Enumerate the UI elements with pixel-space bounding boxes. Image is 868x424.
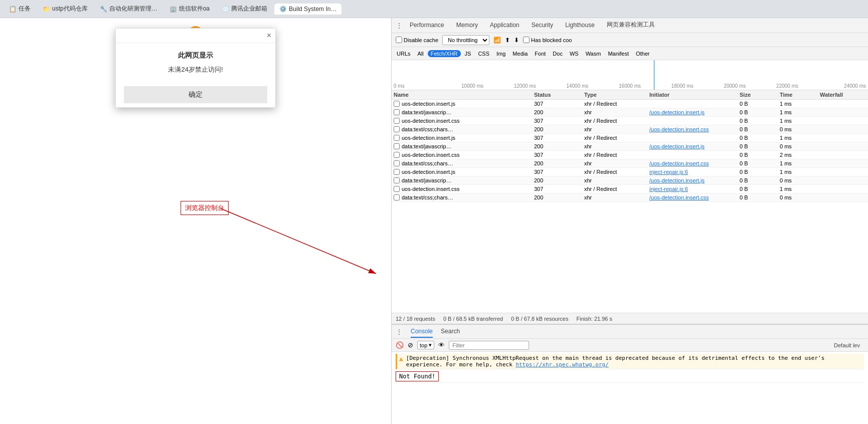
row-status: 307 <box>534 118 584 124</box>
filter-urls[interactable]: URLs <box>394 50 414 57</box>
filter-js[interactable]: JS <box>462 50 474 57</box>
row-checkbox[interactable] <box>394 143 400 149</box>
row-checkbox[interactable] <box>394 118 400 124</box>
row-size: 0 B <box>740 126 780 132</box>
filter-font[interactable]: Font <box>532 50 549 57</box>
oa-icon: 🏢 <box>169 6 177 13</box>
table-row[interactable]: data:text/css;chars… 200 xhr /uos-detect… <box>392 159 868 168</box>
row-initiator[interactable]: /uos-detection.insert.js <box>649 109 740 115</box>
row-size: 0 B <box>740 177 780 183</box>
row-time: 1 ms <box>780 160 820 166</box>
row-checkbox[interactable] <box>394 135 400 141</box>
table-row[interactable]: data:text/javascrip… 200 xhr /uos-detect… <box>392 176 868 185</box>
console-link[interactable]: https://xhr.spec.whatwg.org/ <box>515 361 608 368</box>
row-type: xhr / Redirect <box>584 169 649 175</box>
row-checkbox[interactable] <box>394 186 400 192</box>
row-name: uos-detection.insert.js <box>402 101 455 107</box>
filter-manifest[interactable]: Manifest <box>605 50 632 57</box>
svg-line-1 <box>221 208 376 274</box>
devtools-tab-lighthouse[interactable]: Lighthouse <box>560 20 600 32</box>
row-checkbox[interactable] <box>394 160 400 166</box>
table-row[interactable]: uos-detection.insert.css 307 xhr / Redir… <box>392 185 868 193</box>
row-checkbox[interactable] <box>394 101 400 107</box>
row-initiator[interactable]: /uos-detection.insert.css <box>649 194 740 200</box>
filter-ws[interactable]: WS <box>567 50 582 57</box>
table-row[interactable]: uos-detection.insert.css 307 xhr / Redir… <box>392 117 868 125</box>
devtools-tab-compat[interactable]: 网页兼容检测工具 <box>602 19 660 32</box>
devtools-tab-memory[interactable]: Memory <box>451 20 483 32</box>
row-time: 1 ms <box>780 186 820 192</box>
filter-other[interactable]: Other <box>633 50 653 57</box>
disable-cache-input[interactable] <box>396 37 402 43</box>
modal-close-button[interactable]: × <box>267 32 271 40</box>
not-found-box: Not Found! <box>396 371 439 381</box>
row-name: uos-detection.insert.js <box>402 169 455 175</box>
filter-all[interactable]: All <box>415 50 427 57</box>
timeline-label-0: 0 ms <box>392 83 446 89</box>
row-initiator[interactable]: /uos-detection.insert.css <box>649 160 740 166</box>
has-blocked-checkbox[interactable]: Has blocked coo <box>523 37 572 43</box>
table-row[interactable]: data:text/javascrip… 200 xhr /uos-detect… <box>392 142 868 151</box>
devtools-tab-performance[interactable]: Performance <box>405 20 449 32</box>
row-checkbox[interactable] <box>394 169 400 175</box>
row-initiator[interactable]: /uos-detection.insert.js <box>649 143 740 149</box>
table-row[interactable]: data:text/css;chars… 200 xhr /uos-detect… <box>392 193 868 202</box>
devtools-tab-security[interactable]: Security <box>527 20 558 32</box>
row-initiator[interactable]: /uos-detection.insert.js <box>649 177 740 183</box>
filter-wasm[interactable]: Wasm <box>583 50 604 57</box>
table-row[interactable]: uos-detection.insert.css 307 xhr / Redir… <box>392 151 868 159</box>
console-toolbar: 🚫 ⊘ top ▾ 👁 Default lev <box>392 339 868 352</box>
tab-ustp[interactable]: 📁 ustp代码仓库 <box>38 3 93 15</box>
table-row[interactable]: uos-detection.insert.js 307 xhr / Redire… <box>392 168 868 176</box>
row-size: 0 B <box>740 109 780 115</box>
status-resources: 0 B / 67.8 kB resources <box>511 316 568 322</box>
filter-fetch-xhr[interactable]: Fetch/XHR <box>428 50 461 57</box>
tab-oa[interactable]: 🏢 统信软件oa <box>164 3 215 15</box>
row-initiator[interactable]: /uos-detection.insert.css <box>649 126 740 132</box>
modal-confirm-button[interactable]: 确定 <box>124 86 267 103</box>
col-waterfall: Waterfall <box>820 92 866 98</box>
row-initiator[interactable]: inject-repair.js:6 <box>649 169 740 175</box>
filter-media[interactable]: Media <box>509 50 531 57</box>
devtools-top-toolbar: ⋮ Performance Memory Application Securit… <box>392 18 868 33</box>
row-name: uos-detection.insert.css <box>402 152 460 158</box>
tab-tasks[interactable]: 📋 任务 <box>4 3 36 15</box>
console-ban-icon[interactable]: 🚫 <box>396 341 404 349</box>
filter-doc[interactable]: Doc <box>550 50 566 57</box>
table-row[interactable]: uos-detection.insert.js 307 xhr / Redire… <box>392 134 868 142</box>
browser-content: ! × 此网页显示 未满24岁禁止访问! 确定 浏览器控制台 <box>0 18 391 424</box>
table-row[interactable]: uos-detection.insert.js 307 xhr / Redire… <box>392 100 868 108</box>
row-checkbox[interactable] <box>394 126 400 132</box>
console-clear-icon[interactable]: ⊘ <box>408 341 413 349</box>
row-name: uos-detection.insert.css <box>402 186 460 192</box>
row-name: data:text/javascrip… <box>402 109 452 115</box>
row-initiator[interactable]: inject-repair.js:6 <box>649 186 740 192</box>
row-checkbox[interactable] <box>394 109 400 115</box>
eye-icon[interactable]: 👁 <box>438 341 445 349</box>
row-time: 0 ms <box>780 126 820 132</box>
tab-auto[interactable]: 🔧 自动化研测管理… <box>95 3 162 15</box>
row-checkbox[interactable] <box>394 152 400 158</box>
modal-body: 此网页显示 未满24岁禁止访问! <box>116 43 275 82</box>
chevron-down-icon: ▾ <box>429 342 432 348</box>
col-size: Size <box>740 92 780 98</box>
table-row[interactable]: data:text/css;chars… 200 xhr /uos-detect… <box>392 125 868 134</box>
upload-icon: ⬆ <box>505 37 510 44</box>
filter-img[interactable]: Img <box>493 50 508 57</box>
row-checkbox[interactable] <box>394 177 400 183</box>
top-dropdown[interactable]: top ▾ <box>417 341 434 349</box>
tab-build[interactable]: ⚙️ Build System In… <box>274 4 341 15</box>
console-tab-console[interactable]: Console <box>411 326 433 338</box>
row-checkbox[interactable] <box>394 194 400 200</box>
tab-mail[interactable]: ✉️ 腾讯企业邮箱 <box>217 3 272 15</box>
network-table-header: Name Status Type Initiator Size Time Wat… <box>392 90 868 100</box>
console-filter-input[interactable] <box>449 341 529 350</box>
has-blocked-input[interactable] <box>523 37 530 43</box>
table-row[interactable]: data:text/javascrip… 200 xhr /uos-detect… <box>392 108 868 117</box>
row-time: 0 ms <box>780 143 820 149</box>
devtools-tab-application[interactable]: Application <box>485 20 525 32</box>
filter-css[interactable]: CSS <box>475 50 492 57</box>
console-tab-search[interactable]: Search <box>441 326 460 338</box>
disable-cache-checkbox[interactable]: Disable cache <box>396 37 438 43</box>
throttling-select[interactable]: No throttling <box>442 35 489 45</box>
